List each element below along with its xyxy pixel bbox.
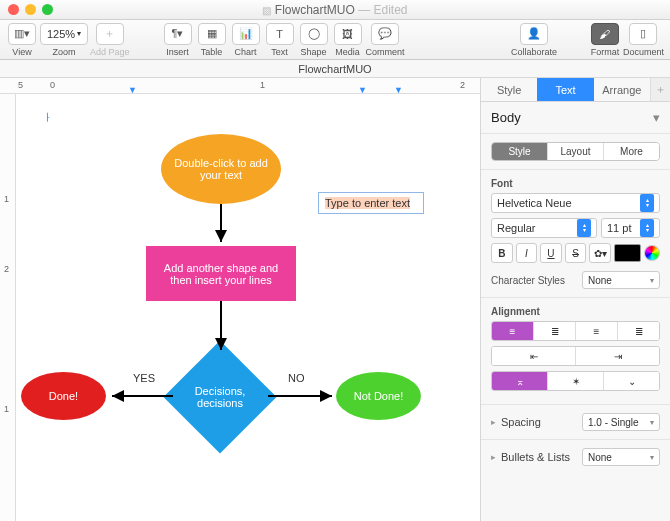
horizontal-align-segment[interactable]: ≡ ≣ ≡ ≣ (491, 321, 660, 341)
underline-button[interactable]: U (540, 243, 562, 263)
paragraph-style-picker[interactable]: Body ▾ (491, 110, 660, 125)
text-entry-box[interactable]: Type to enter text (318, 192, 424, 214)
add-tab-button[interactable]: ＋ (650, 78, 670, 101)
document-icon: ▧ (262, 5, 271, 16)
subtab-layout[interactable]: Layout (548, 143, 604, 160)
window-titlebar: ▧ FlowchartMUO — Edited (0, 0, 670, 20)
align-justify-button[interactable]: ≣ (618, 322, 659, 340)
label-yes: YES (133, 372, 155, 384)
chevron-down-icon: ▾ (653, 110, 660, 125)
subtab-more[interactable]: More (604, 143, 659, 160)
stepper-icon: ▴▾ (640, 219, 654, 237)
align-center-button[interactable]: ≣ (534, 322, 576, 340)
canvas-body[interactable]: 1 2 1 ⸠ Double-click to add your text Ad… (0, 94, 480, 521)
text-color-swatch[interactable] (614, 244, 641, 262)
stepper-icon: ▴▾ (577, 219, 591, 237)
font-weight-select[interactable]: Regular ▴▾ (491, 218, 597, 238)
main-area: 5 0 1 2 ▼ ▼ ▼ 1 2 1 ⸠ Double-click to ad… (0, 78, 670, 521)
flowchart-process[interactable]: Add another shape and then insert your l… (146, 246, 296, 301)
shape-button[interactable]: ◯Shape (298, 23, 330, 57)
collaborate-icon: 👤 (527, 27, 541, 40)
indent-button[interactable]: ⇥ (576, 347, 659, 365)
align-left-button[interactable]: ≡ (492, 322, 534, 340)
valign-bottom-button[interactable]: ⌄ (604, 372, 659, 390)
format-inspector: Style Text Arrange ＋ Body ▾ Style Layout… (480, 78, 670, 521)
sidebar-icon: ▥▾ (14, 27, 30, 40)
text-icon: T (276, 28, 283, 40)
format-button[interactable]: 🖌Format (589, 23, 621, 57)
window-title: ▧ FlowchartMUO — Edited (0, 3, 670, 17)
view-button[interactable]: ▥▾ View (6, 23, 38, 57)
color-wheel-icon[interactable] (644, 245, 660, 261)
inspector-tabs: Style Text Arrange ＋ (481, 78, 670, 102)
insertion-cursor: ⸠ (46, 110, 50, 123)
comment-button[interactable]: 💬Comment (366, 23, 405, 57)
character-styles-select[interactable]: None▾ (582, 271, 660, 289)
page-sheet[interactable]: ⸠ Double-click to add your text Add anot… (16, 94, 480, 521)
document-button[interactable]: ▯Document (623, 23, 664, 57)
table-button[interactable]: ▦Table (196, 23, 228, 57)
tab-text[interactable]: Text (537, 78, 593, 101)
label-no: NO (288, 372, 305, 384)
text-subtab-segment[interactable]: Style Layout More (491, 142, 660, 161)
brush-icon: 🖌 (599, 28, 610, 40)
flowchart-terminator-start[interactable]: Double-click to add your text (161, 134, 281, 204)
stepper-icon: ▴▾ (640, 194, 654, 212)
subtab-style[interactable]: Style (492, 143, 548, 160)
comment-icon: 💬 (378, 27, 392, 40)
flowchart-terminator-notdone[interactable]: Not Done! (336, 372, 421, 420)
zoom-button[interactable]: 125%▾ Zoom (40, 23, 88, 57)
alignment-label: Alignment (491, 306, 660, 317)
outdent-button[interactable]: ⇤ (492, 347, 576, 365)
spacing-select[interactable]: 1.0 - Single▾ (582, 413, 660, 431)
main-toolbar: ▥▾ View 125%▾ Zoom ＋ Add Page ¶▾Insert ▦… (0, 20, 670, 60)
bullets-select[interactable]: None▾ (582, 448, 660, 466)
font-family-select[interactable]: Helvetica Neue ▴▾ (491, 193, 660, 213)
plus-icon: ＋ (104, 26, 115, 41)
flowchart-decision[interactable]: Decisions, decisions (163, 340, 276, 453)
shape-icon: ◯ (308, 27, 320, 40)
font-section-label: Font (491, 178, 660, 189)
doc-status: Edited (374, 3, 408, 17)
add-page-button[interactable]: ＋ Add Page (90, 23, 130, 57)
tab-style[interactable]: Style (481, 78, 537, 101)
insert-button[interactable]: ¶▾Insert (162, 23, 194, 57)
flowchart-terminator-done[interactable]: Done! (21, 372, 106, 420)
ruler-vertical: 1 2 1 (0, 94, 16, 521)
font-size-field[interactable]: 11 pt ▴▾ (601, 218, 660, 238)
italic-button[interactable]: I (516, 243, 538, 263)
document-icon: ▯ (640, 27, 646, 40)
valign-middle-button[interactable]: ✶ (548, 372, 604, 390)
align-right-button[interactable]: ≡ (576, 322, 618, 340)
vertical-align-segment[interactable]: ⌅ ✶ ⌄ (491, 371, 660, 391)
text-options-gear-button[interactable]: ✿▾ (589, 243, 611, 263)
ruler-horizontal: 5 0 1 2 ▼ ▼ ▼ (0, 78, 480, 94)
insert-icon: ¶▾ (172, 27, 184, 40)
tab-arrange[interactable]: Arrange (594, 78, 650, 101)
indent-segment[interactable]: ⇤ ⇥ (491, 346, 660, 366)
triangle-right-icon: ▸ (491, 452, 496, 462)
chevron-down-icon: ▾ (650, 453, 654, 462)
document-subtitle: FlowchartMUO (0, 60, 670, 78)
chart-icon: 📊 (239, 27, 253, 40)
spacing-disclosure[interactable]: ▸ Spacing (491, 416, 541, 428)
table-icon: ▦ (207, 27, 217, 40)
media-icon: 🖼 (342, 28, 353, 40)
bold-button[interactable]: B (491, 243, 513, 263)
media-button[interactable]: 🖼Media (332, 23, 364, 57)
zoom-value: 125% (47, 28, 75, 40)
valign-top-button[interactable]: ⌅ (492, 372, 548, 390)
text-button[interactable]: TText (264, 23, 296, 57)
strikethrough-button[interactable]: S (565, 243, 587, 263)
chart-button[interactable]: 📊Chart (230, 23, 262, 57)
chevron-down-icon: ▾ (650, 276, 654, 285)
collaborate-button[interactable]: 👤Collaborate (511, 23, 557, 57)
bullets-disclosure[interactable]: ▸ Bullets & Lists (491, 451, 570, 463)
chevron-down-icon: ▾ (650, 418, 654, 427)
doc-name: FlowchartMUO (275, 3, 355, 17)
canvas-area: 5 0 1 2 ▼ ▼ ▼ 1 2 1 ⸠ Double-click to ad… (0, 78, 480, 521)
gear-icon: ✿▾ (594, 248, 607, 259)
triangle-right-icon: ▸ (491, 417, 496, 427)
char-styles-label: Character Styles (491, 275, 565, 286)
